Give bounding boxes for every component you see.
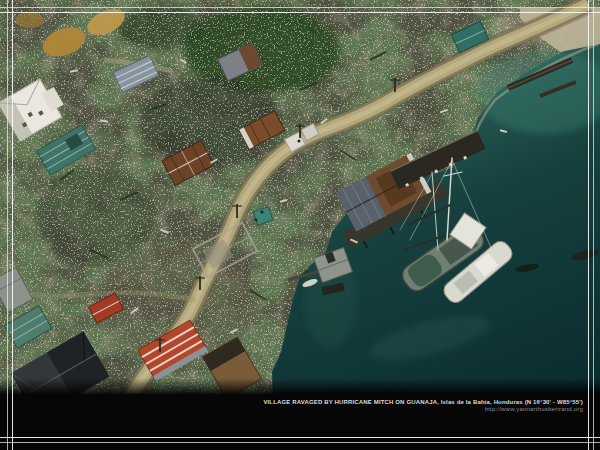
caption-url: http://www.yannarthusbertrand.org <box>263 406 583 413</box>
aerial-photograph <box>0 0 600 450</box>
wallpaper-frame: VILLAGE RAVAGED BY HURRICANE MITCH ON GU… <box>0 0 600 450</box>
caption-title: VILLAGE RAVAGED BY HURRICANE MITCH ON GU… <box>263 399 583 406</box>
photo-bottom-fade <box>0 378 600 396</box>
caption: VILLAGE RAVAGED BY HURRICANE MITCH ON GU… <box>263 399 583 413</box>
